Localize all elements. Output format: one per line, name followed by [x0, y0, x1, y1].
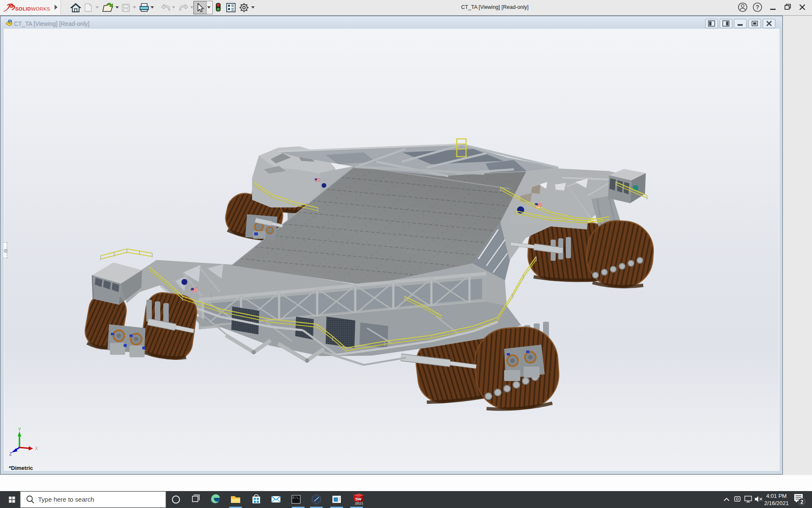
svg-text:Z: Z	[9, 452, 12, 456]
svg-text:X: X	[35, 446, 38, 451]
svg-text:2/16/2021: 2/16/2021	[764, 500, 789, 506]
svg-text:C:\_: C:\_	[293, 496, 300, 500]
svg-text:Type here to search: Type here to search	[38, 496, 94, 503]
svg-text:2: 2	[801, 499, 804, 505]
svg-text:SW: SW	[355, 497, 362, 501]
svg-text:2021: 2021	[355, 501, 363, 505]
svg-text:?: ?	[756, 4, 760, 11]
svg-text:SOLIDWORKS: SOLIDWORKS	[15, 6, 50, 11]
svg-text:Y: Y	[18, 428, 21, 432]
svg-text:4:01 PM: 4:01 PM	[766, 493, 787, 499]
